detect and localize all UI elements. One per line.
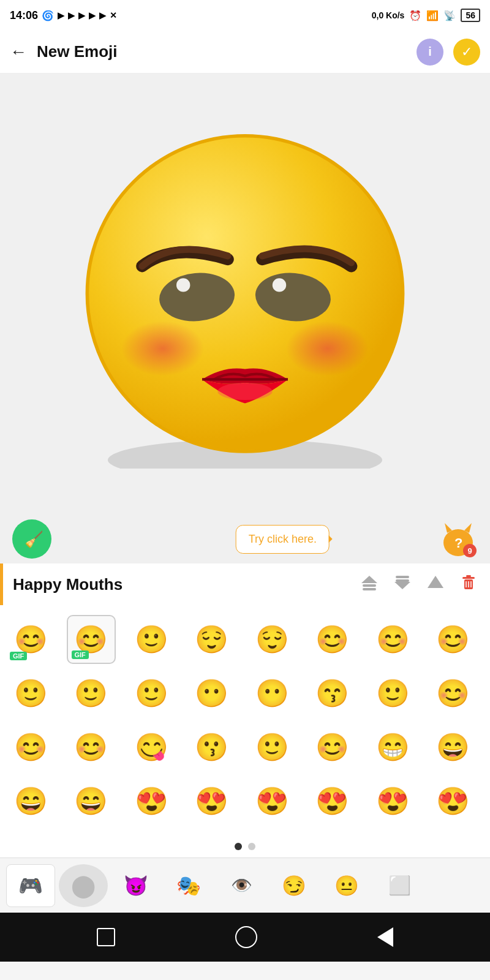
cat-icon-neutral: 😐: [334, 874, 359, 897]
cat-tab-blank[interactable]: ⬜: [375, 864, 424, 907]
svg-text:🧹: 🧹: [24, 529, 42, 549]
emoji-face: 😊: [436, 626, 470, 653]
status-icon-yt2: ▶: [68, 10, 75, 20]
emoji-face: 😊: [74, 626, 108, 653]
svg-point-7: [273, 278, 286, 292]
pagination-dot-1[interactable]: [235, 843, 242, 850]
pagination-dot-2[interactable]: [248, 843, 255, 850]
cat-tab-expression[interactable]: 😏: [270, 864, 318, 907]
status-icon-x: ✕: [110, 10, 117, 20]
back-button[interactable]: ←: [10, 42, 27, 62]
svg-text:?: ?: [454, 535, 462, 551]
emoji-face: 😍: [195, 788, 228, 815]
emoji-face: 😁: [376, 734, 410, 761]
emoji-cell[interactable]: 🙂: [368, 669, 417, 718]
info-button[interactable]: i: [417, 39, 443, 66]
cat-icon-mask: 🎭: [176, 874, 201, 897]
emoji-cell[interactable]: 😍: [127, 777, 176, 826]
gif-badge: GIF: [72, 650, 89, 659]
emoji-cell[interactable]: 😄: [429, 723, 478, 772]
emoji-cell[interactable]: 😊: [6, 723, 55, 772]
emoji-face: 🙂: [135, 626, 168, 653]
category-header: Happy Mouths: [0, 564, 490, 605]
emoji-cell[interactable]: 😌: [187, 615, 236, 664]
emoji-face: 😊: [436, 680, 470, 707]
status-signal: 📶: [426, 10, 439, 21]
flip-button[interactable]: [424, 571, 447, 598]
clear-button[interactable]: 🧹: [12, 519, 51, 559]
emoji-cell[interactable]: 😄: [6, 777, 55, 826]
category-title: Happy Mouths: [13, 575, 348, 594]
emoji-grid: 😊GIF😊GIF🙂😌😌😊😊😊🙂🙂🙂😶😶😙🙂😊😊😊😋😗🙂😊😁😄😄😄😍😍😍😍😍😍: [6, 615, 484, 826]
emoji-cell[interactable]: 😊: [67, 723, 116, 772]
emoji-cell[interactable]: 😶: [187, 669, 236, 718]
emoji-cell[interactable]: 🙂: [127, 669, 176, 718]
emoji-cell[interactable]: 😙: [308, 669, 357, 718]
svg-marker-15: [361, 576, 377, 583]
emoji-cell[interactable]: 😍: [429, 777, 478, 826]
svg-point-1: [87, 136, 402, 451]
emoji-face: 😍: [135, 788, 168, 815]
emoji-cell[interactable]: 😍: [308, 777, 357, 826]
emoji-cell[interactable]: 😗: [187, 723, 236, 772]
status-icon-yt4: ▶: [89, 10, 96, 20]
layer-up-button[interactable]: [358, 571, 381, 598]
layer-down-button[interactable]: [391, 571, 414, 598]
emoji-preview-area: [0, 74, 490, 514]
emoji-cell[interactable]: 😄: [67, 777, 116, 826]
try-click-bubble[interactable]: Try click here.: [236, 525, 330, 554]
try-click-label: Try click here.: [249, 533, 317, 545]
page-title: New Emoji: [37, 42, 117, 61]
svg-rect-24: [466, 575, 471, 577]
emoji-cell[interactable]: 😊: [308, 723, 357, 772]
emoji-cell[interactable]: 😊: [429, 615, 478, 664]
flip-icon: [426, 573, 445, 592]
emoji-cell[interactable]: 😌: [247, 615, 296, 664]
emoji-face: 😄: [436, 734, 470, 761]
emoji-face: 😊: [14, 734, 48, 761]
emoji-face: 😊: [376, 626, 410, 653]
cat-tab-neutral[interactable]: 😐: [322, 864, 371, 907]
emoji-face: 🙂: [14, 680, 48, 707]
top-nav-left: ← New Emoji: [10, 42, 117, 62]
emoji-cell[interactable]: 😊: [308, 615, 357, 664]
emoji-cell[interactable]: 😍: [247, 777, 296, 826]
cat-tab-custom[interactable]: 🎮: [6, 864, 55, 907]
delete-button[interactable]: [457, 571, 480, 598]
emoji-cell[interactable]: 😊GIF: [67, 615, 116, 664]
emoji-cell[interactable]: 😍: [368, 777, 417, 826]
cat-tab-mask[interactable]: 🎭: [164, 864, 213, 907]
emoji-face: 😄: [14, 788, 48, 815]
emoji-cell[interactable]: 😋: [127, 723, 176, 772]
emoji-cell[interactable]: 🙂: [127, 615, 176, 664]
emoji-cell[interactable]: 🙂: [67, 669, 116, 718]
svg-rect-19: [396, 579, 409, 582]
sys-back-button[interactable]: [377, 927, 393, 947]
cat-tab-face-base[interactable]: ⬤: [59, 864, 108, 907]
cat-tab-eyes[interactable]: 👁️: [217, 864, 266, 907]
svg-point-5: [176, 278, 190, 292]
devil-button[interactable]: ? 9: [439, 519, 478, 559]
status-time: 14:06: [10, 9, 38, 22]
emoji-cell[interactable]: 🙂: [6, 669, 55, 718]
sys-square-button[interactable]: [97, 928, 115, 946]
cat-tab-devil[interactable]: 😈: [111, 864, 160, 907]
emoji-cell[interactable]: 🙂: [247, 723, 296, 772]
svg-point-8: [217, 383, 273, 400]
emoji-face: 🙂: [376, 680, 410, 707]
svg-rect-23: [462, 577, 475, 579]
emoji-cell[interactable]: 😊: [429, 669, 478, 718]
status-icon-yt1: ▶: [58, 10, 64, 20]
toolbar-row: 🧹 Try click here. ? 9: [0, 514, 490, 564]
delete-icon: [459, 573, 478, 592]
emoji-cell[interactable]: 😁: [368, 723, 417, 772]
emoji-cell[interactable]: 😊GIF: [6, 615, 55, 664]
emoji-cell[interactable]: 😍: [187, 777, 236, 826]
emoji-face: 🙂: [74, 680, 108, 707]
pagination-dots: [0, 835, 490, 858]
emoji-cell[interactable]: 😶: [247, 669, 296, 718]
sys-home-button[interactable]: [235, 926, 257, 948]
emoji-face: 😍: [315, 788, 349, 815]
confirm-button[interactable]: ✓: [453, 39, 480, 66]
emoji-cell[interactable]: 😊: [368, 615, 417, 664]
